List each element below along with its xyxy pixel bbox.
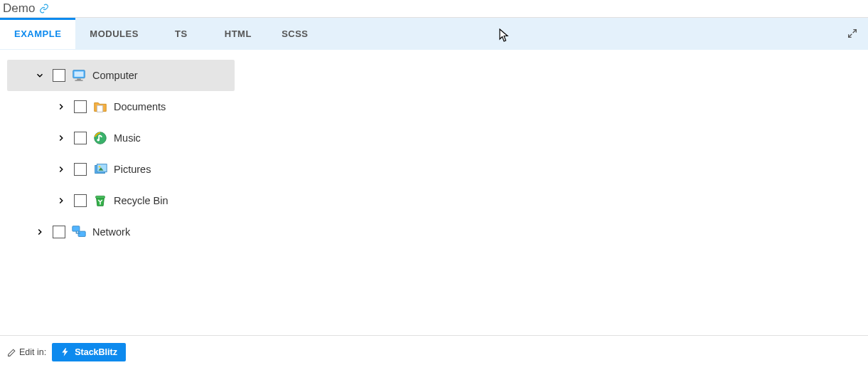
tree-node-computer[interactable]: Computer: [7, 60, 235, 91]
example-panel: Computer Documents Music: [0, 50, 868, 258]
tab-label: SCSS: [282, 28, 308, 39]
chevron-right-icon[interactable]: [54, 162, 68, 176]
tab-label: HTML: [225, 28, 252, 39]
svg-rect-3: [75, 80, 83, 80]
tab-label: MODULES: [90, 28, 139, 39]
edit-in-text: Edit in:: [19, 347, 46, 357]
tree-node-music[interactable]: Music: [7, 122, 235, 154]
svg-rect-4: [97, 105, 102, 112]
svg-rect-8: [97, 164, 107, 172]
stackblitz-button[interactable]: StackBlitz: [52, 343, 126, 361]
chevron-right-icon[interactable]: [54, 131, 68, 145]
tab-example[interactable]: EXAMPLE: [0, 18, 75, 49]
tree-node-pictures[interactable]: Pictures: [7, 154, 235, 185]
music-icon: [92, 130, 108, 146]
svg-rect-12: [73, 226, 80, 231]
page-header: Demo: [0, 0, 868, 18]
checkbox[interactable]: [53, 69, 65, 82]
tree-node-label: Music: [114, 132, 141, 144]
tree-node-label: Documents: [114, 101, 166, 112]
checkbox[interactable]: [74, 100, 87, 113]
svg-point-6: [97, 139, 100, 142]
chevron-down-icon[interactable]: [33, 68, 47, 83]
tree-node-label: Computer: [92, 70, 138, 81]
tab-label: TS: [175, 28, 188, 39]
svg-point-10: [99, 166, 101, 168]
checkbox[interactable]: [74, 163, 87, 176]
checkbox[interactable]: [74, 194, 87, 207]
edit-in-label: Edit in:: [7, 347, 46, 357]
tree-node-label: Recycle Bin: [114, 195, 168, 206]
page-title: Demo: [3, 1, 35, 16]
stackblitz-icon: [60, 347, 70, 357]
tree-node-label: Network: [92, 226, 130, 238]
link-icon[interactable]: [39, 4, 49, 14]
footer-bar: Edit in: StackBlitz: [0, 335, 868, 361]
tree-node-label: Pictures: [114, 164, 151, 175]
tab-label: EXAMPLE: [14, 28, 61, 39]
expand-icon[interactable]: [837, 18, 868, 49]
tree-node-network[interactable]: Network: [7, 216, 235, 248]
tab-modules[interactable]: MODULES: [75, 18, 153, 49]
tree-node-recycle-bin[interactable]: Recycle Bin: [7, 185, 235, 216]
svg-point-5: [95, 132, 107, 144]
checkbox[interactable]: [74, 132, 87, 144]
tab-ts[interactable]: TS: [153, 18, 210, 49]
tabs-bar: EXAMPLE MODULES TS HTML SCSS: [0, 18, 868, 50]
svg-rect-11: [96, 196, 105, 199]
chevron-right-icon[interactable]: [33, 225, 47, 239]
stackblitz-label: StackBlitz: [75, 347, 117, 357]
network-icon: [71, 224, 87, 240]
tab-scss[interactable]: SCSS: [267, 18, 323, 49]
tab-html[interactable]: HTML: [210, 18, 267, 49]
folder-icon: [92, 99, 108, 115]
recyclebin-icon: [92, 193, 108, 208]
tree-node-documents[interactable]: Documents: [7, 91, 235, 122]
computer-icon: [71, 68, 87, 83]
pictures-icon: [92, 162, 108, 177]
chevron-right-icon[interactable]: [54, 100, 68, 114]
tree-view: Computer Documents Music: [7, 60, 235, 248]
chevron-right-icon[interactable]: [54, 194, 68, 208]
svg-rect-1: [75, 72, 84, 77]
svg-rect-2: [77, 79, 81, 80]
svg-rect-13: [78, 231, 85, 236]
checkbox[interactable]: [53, 226, 65, 238]
